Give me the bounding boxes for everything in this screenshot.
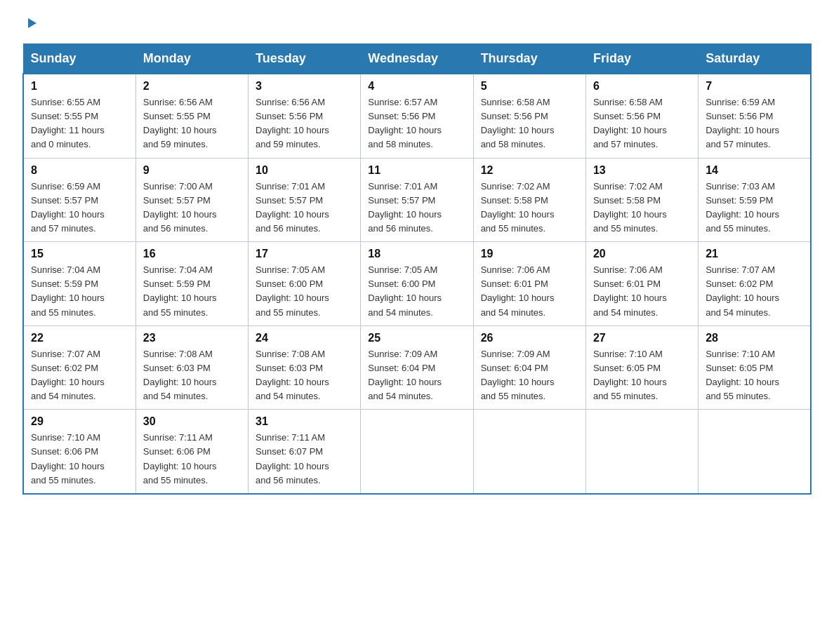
day-number: 13: [593, 164, 691, 177]
day-detail: Sunrise: 7:09 AMSunset: 6:04 PMDaylight:…: [481, 347, 578, 404]
day-number: 18: [368, 248, 465, 260]
calendar-cell: 4 Sunrise: 6:57 AMSunset: 5:56 PMDayligh…: [361, 74, 473, 158]
day-number: 11: [368, 164, 465, 177]
day-detail: Sunrise: 7:06 AMSunset: 6:01 PMDaylight:…: [593, 263, 691, 320]
calendar-cell: 6 Sunrise: 6:58 AMSunset: 5:56 PMDayligh…: [585, 74, 698, 158]
day-detail: Sunrise: 7:08 AMSunset: 6:03 PMDaylight:…: [143, 347, 241, 404]
day-number: 24: [256, 332, 353, 344]
day-number: 25: [368, 332, 465, 344]
calendar-cell: 9 Sunrise: 7:00 AMSunset: 5:57 PMDayligh…: [135, 158, 248, 242]
calendar-week-row: 29 Sunrise: 7:10 AMSunset: 6:06 PMDaylig…: [23, 410, 811, 494]
day-detail: Sunrise: 7:05 AMSunset: 6:00 PMDaylight:…: [368, 263, 465, 320]
day-number: 1: [31, 80, 128, 93]
header-saturday: Saturday: [699, 44, 811, 74]
calendar-header-row: SundayMondayTuesdayWednesdayThursdayFrid…: [23, 44, 811, 74]
day-number: 23: [143, 332, 241, 344]
calendar-cell: 13 Sunrise: 7:02 AMSunset: 5:58 PMDaylig…: [585, 158, 698, 242]
day-number: 10: [256, 164, 353, 177]
day-detail: Sunrise: 7:02 AMSunset: 5:58 PMDaylight:…: [481, 180, 578, 236]
calendar-cell: 29 Sunrise: 7:10 AMSunset: 6:06 PMDaylig…: [23, 410, 135, 494]
day-number: 2: [143, 80, 241, 93]
day-number: 5: [481, 80, 578, 93]
day-number: 6: [593, 80, 691, 93]
calendar-cell: 27 Sunrise: 7:10 AMSunset: 6:05 PMDaylig…: [585, 326, 698, 410]
day-detail: Sunrise: 7:07 AMSunset: 6:02 PMDaylight:…: [31, 347, 128, 404]
day-number: 27: [593, 332, 691, 344]
day-detail: Sunrise: 7:11 AMSunset: 6:07 PMDaylight:…: [256, 431, 353, 488]
calendar-cell: 1 Sunrise: 6:55 AMSunset: 5:55 PMDayligh…: [23, 74, 135, 158]
logo-arrow-icon: [24, 15, 39, 31]
day-number: 17: [256, 248, 353, 260]
day-detail: Sunrise: 6:56 AMSunset: 5:55 PMDaylight:…: [143, 95, 241, 152]
day-detail: Sunrise: 6:57 AMSunset: 5:56 PMDaylight:…: [368, 95, 465, 152]
calendar-cell: 3 Sunrise: 6:56 AMSunset: 5:56 PMDayligh…: [249, 74, 361, 158]
calendar-cell: [473, 410, 585, 494]
day-detail: Sunrise: 7:11 AMSunset: 6:06 PMDaylight:…: [143, 431, 241, 488]
header-monday: Monday: [135, 44, 248, 74]
header-sunday: Sunday: [23, 44, 135, 74]
header-thursday: Thursday: [473, 44, 585, 74]
day-detail: Sunrise: 6:59 AMSunset: 5:56 PMDaylight:…: [706, 95, 803, 152]
day-number: 30: [143, 415, 241, 428]
day-number: 8: [31, 164, 128, 177]
svg-marker-0: [28, 18, 37, 28]
day-detail: Sunrise: 7:02 AMSunset: 5:58 PMDaylight:…: [593, 180, 691, 236]
day-number: 3: [256, 80, 353, 93]
calendar-cell: 25 Sunrise: 7:09 AMSunset: 6:04 PMDaylig…: [361, 326, 473, 410]
day-detail: Sunrise: 7:01 AMSunset: 5:57 PMDaylight:…: [256, 180, 353, 236]
calendar-cell: 20 Sunrise: 7:06 AMSunset: 6:01 PMDaylig…: [585, 242, 698, 326]
calendar-cell: 24 Sunrise: 7:08 AMSunset: 6:03 PMDaylig…: [249, 326, 361, 410]
calendar-cell: 15 Sunrise: 7:04 AMSunset: 5:59 PMDaylig…: [23, 242, 135, 326]
day-number: 31: [256, 415, 353, 428]
calendar-cell: 26 Sunrise: 7:09 AMSunset: 6:04 PMDaylig…: [473, 326, 585, 410]
day-detail: Sunrise: 6:55 AMSunset: 5:55 PMDaylight:…: [31, 95, 128, 152]
day-number: 29: [31, 415, 128, 428]
calendar-cell: 22 Sunrise: 7:07 AMSunset: 6:02 PMDaylig…: [23, 326, 135, 410]
day-number: 4: [368, 80, 465, 93]
logo: [22, 17, 39, 31]
calendar-cell: 30 Sunrise: 7:11 AMSunset: 6:06 PMDaylig…: [135, 410, 248, 494]
calendar-week-row: 1 Sunrise: 6:55 AMSunset: 5:55 PMDayligh…: [23, 74, 811, 158]
day-detail: Sunrise: 7:09 AMSunset: 6:04 PMDaylight:…: [368, 347, 465, 404]
day-detail: Sunrise: 7:04 AMSunset: 5:59 PMDaylight:…: [143, 263, 241, 320]
calendar-cell: 11 Sunrise: 7:01 AMSunset: 5:57 PMDaylig…: [361, 158, 473, 242]
day-detail: Sunrise: 7:08 AMSunset: 6:03 PMDaylight:…: [256, 347, 353, 404]
day-number: 21: [706, 248, 803, 260]
calendar-cell: 12 Sunrise: 7:02 AMSunset: 5:58 PMDaylig…: [473, 158, 585, 242]
calendar-cell: 8 Sunrise: 6:59 AMSunset: 5:57 PMDayligh…: [23, 158, 135, 242]
day-number: 28: [706, 332, 803, 344]
calendar-cell: [361, 410, 473, 494]
day-detail: Sunrise: 7:04 AMSunset: 5:59 PMDaylight:…: [31, 263, 128, 320]
calendar-cell: 19 Sunrise: 7:06 AMSunset: 6:01 PMDaylig…: [473, 242, 585, 326]
calendar-cell: 7 Sunrise: 6:59 AMSunset: 5:56 PMDayligh…: [699, 74, 811, 158]
day-detail: Sunrise: 7:03 AMSunset: 5:59 PMDaylight:…: [706, 180, 803, 236]
day-number: 14: [706, 164, 803, 177]
day-number: 9: [143, 164, 241, 177]
calendar-cell: 21 Sunrise: 7:07 AMSunset: 6:02 PMDaylig…: [699, 242, 811, 326]
calendar-cell: 2 Sunrise: 6:56 AMSunset: 5:55 PMDayligh…: [135, 74, 248, 158]
day-detail: Sunrise: 7:10 AMSunset: 6:06 PMDaylight:…: [31, 431, 128, 488]
calendar-cell: 14 Sunrise: 7:03 AMSunset: 5:59 PMDaylig…: [699, 158, 811, 242]
day-detail: Sunrise: 6:59 AMSunset: 5:57 PMDaylight:…: [31, 180, 128, 236]
day-number: 15: [31, 248, 128, 260]
calendar-cell: 31 Sunrise: 7:11 AMSunset: 6:07 PMDaylig…: [249, 410, 361, 494]
calendar-week-row: 15 Sunrise: 7:04 AMSunset: 5:59 PMDaylig…: [23, 242, 811, 326]
day-detail: Sunrise: 6:58 AMSunset: 5:56 PMDaylight:…: [481, 95, 578, 152]
header-tuesday: Tuesday: [249, 44, 361, 74]
day-detail: Sunrise: 6:58 AMSunset: 5:56 PMDaylight:…: [593, 95, 691, 152]
calendar-week-row: 22 Sunrise: 7:07 AMSunset: 6:02 PMDaylig…: [23, 326, 811, 410]
calendar-cell: 23 Sunrise: 7:08 AMSunset: 6:03 PMDaylig…: [135, 326, 248, 410]
day-number: 26: [481, 332, 578, 344]
day-number: 16: [143, 248, 241, 260]
calendar-cell: 18 Sunrise: 7:05 AMSunset: 6:00 PMDaylig…: [361, 242, 473, 326]
day-number: 12: [481, 164, 578, 177]
calendar-cell: 17 Sunrise: 7:05 AMSunset: 6:00 PMDaylig…: [249, 242, 361, 326]
day-detail: Sunrise: 7:10 AMSunset: 6:05 PMDaylight:…: [706, 347, 803, 404]
header-wednesday: Wednesday: [361, 44, 473, 74]
calendar-cell: [699, 410, 811, 494]
day-detail: Sunrise: 7:06 AMSunset: 6:01 PMDaylight:…: [481, 263, 578, 320]
header-friday: Friday: [585, 44, 698, 74]
day-number: 19: [481, 248, 578, 260]
day-detail: Sunrise: 7:07 AMSunset: 6:02 PMDaylight:…: [706, 263, 803, 320]
page-header: [22, 17, 812, 31]
